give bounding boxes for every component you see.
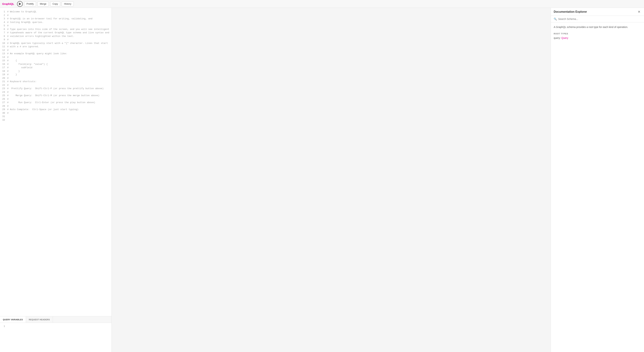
code-line: # GraphiQL is an in-browser tool for wri… bbox=[7, 17, 109, 20]
line-number: 32 bbox=[2, 118, 5, 122]
query-type-link[interactable]: Query bbox=[562, 36, 568, 39]
line-number: 16 bbox=[2, 62, 5, 66]
toolbar: GraphiQL Prettify Merge Copy History bbox=[0, 0, 644, 8]
code-line: # bbox=[7, 38, 109, 41]
run-icon bbox=[19, 3, 21, 5]
line-number: 1 bbox=[2, 10, 5, 13]
code-line: # An example GraphQL query might look li… bbox=[7, 52, 109, 55]
line-number: 7 bbox=[2, 31, 5, 34]
code-line: # bbox=[7, 48, 109, 52]
code-line: # validation errors highlighted within t… bbox=[7, 34, 109, 38]
code-line: # bbox=[7, 111, 109, 115]
line-number: 29 bbox=[2, 108, 5, 111]
search-box: 🔍 bbox=[551, 16, 644, 22]
code-line: # Type queries into this side of the scr… bbox=[7, 27, 109, 31]
line-number: 27 bbox=[2, 101, 5, 104]
prettify-button[interactable]: Prettify bbox=[24, 1, 36, 6]
code-line: # Run Query: Ctrl-Enter (or press the pl… bbox=[7, 101, 109, 104]
merge-button[interactable]: Merge bbox=[38, 1, 49, 6]
copy-button[interactable]: Copy bbox=[50, 1, 60, 6]
line-number: 8 bbox=[2, 34, 5, 38]
run-button[interactable] bbox=[17, 1, 23, 7]
documentation-explorer: Documentation Explorer ✕ 🔍 A GraphQL sch… bbox=[551, 8, 644, 352]
close-button[interactable]: ✕ bbox=[637, 10, 641, 14]
code-line: # bbox=[7, 104, 109, 108]
line-number: 19 bbox=[2, 73, 5, 76]
query-link: query: Query bbox=[554, 36, 641, 39]
left-panel: 1234567891011121314151617181920212223242… bbox=[0, 8, 112, 352]
bottom-tabs: QUERY VARIABLES REQUEST HEADERS bbox=[0, 316, 112, 323]
line-number: 17 bbox=[2, 66, 5, 69]
line-number: 22 bbox=[2, 83, 5, 87]
line-number: 18 bbox=[2, 69, 5, 73]
code-line: # with a # are ignored. bbox=[7, 45, 109, 48]
line-number: 20 bbox=[2, 76, 5, 80]
history-button[interactable]: History bbox=[62, 1, 74, 6]
line-number: 12 bbox=[2, 48, 5, 52]
line-number: 6 bbox=[2, 27, 5, 31]
variables-line-numbers: 1 bbox=[2, 324, 6, 351]
doc-description: A GraphQL schema provides a root type fo… bbox=[554, 25, 641, 29]
editor-area[interactable]: 1234567891011121314151617181920212223242… bbox=[0, 8, 112, 316]
code-line: # testing GraphQL queries. bbox=[7, 20, 109, 24]
code-line: # subField bbox=[7, 66, 109, 69]
response-area bbox=[112, 8, 551, 352]
code-line: # Welcome to GraphiQL bbox=[7, 10, 109, 13]
code-line: # bbox=[7, 13, 109, 17]
variables-editor[interactable]: 1 bbox=[0, 323, 112, 352]
code-line: # } bbox=[7, 73, 109, 76]
line-number: 30 bbox=[2, 111, 5, 115]
query-label: query: bbox=[554, 36, 561, 39]
doc-content: A GraphQL schema provides a root type fo… bbox=[551, 22, 644, 352]
search-icon: 🔍 bbox=[554, 17, 557, 20]
code-line: # } bbox=[7, 69, 109, 73]
line-number: 26 bbox=[2, 97, 5, 101]
code-line: # Merge Query: Shift-Ctrl-M (or press th… bbox=[7, 94, 109, 97]
line-numbers: 1234567891011121314151617181920212223242… bbox=[0, 8, 6, 316]
line-number: 24 bbox=[2, 90, 5, 94]
line-number: 13 bbox=[2, 52, 5, 55]
line-number: 9 bbox=[2, 38, 5, 41]
bottom-panel: QUERY VARIABLES REQUEST HEADERS 1 bbox=[0, 316, 112, 352]
code-line: # field(arg: "value") { bbox=[7, 62, 109, 66]
root-types-label: ROOT TYPES bbox=[554, 32, 641, 35]
line-number: 11 bbox=[2, 45, 5, 48]
line-number: 23 bbox=[2, 87, 5, 90]
line-number: 3 bbox=[2, 17, 5, 20]
code-line: # bbox=[7, 90, 109, 94]
line-number: 10 bbox=[2, 41, 5, 45]
tab-request-headers[interactable]: REQUEST HEADERS bbox=[26, 316, 53, 323]
editor-content: 1234567891011121314151617181920212223242… bbox=[0, 8, 112, 316]
line-number: 15 bbox=[2, 59, 5, 62]
doc-title: Documentation Explorer bbox=[554, 10, 587, 13]
code-line: # bbox=[7, 97, 109, 101]
line-number: 31 bbox=[2, 115, 5, 118]
code-line: # bbox=[7, 76, 109, 80]
code-line: # Auto Complete: Ctrl-Space (or just sta… bbox=[7, 108, 109, 111]
line-number: 21 bbox=[2, 80, 5, 83]
code-line: # GraphQL queries typically start with a… bbox=[7, 41, 109, 45]
line-number: 4 bbox=[2, 20, 5, 24]
code-line: # { bbox=[7, 59, 109, 62]
line-number: 28 bbox=[2, 104, 5, 108]
line-number: 14 bbox=[2, 55, 5, 59]
line-number: 2 bbox=[2, 13, 5, 17]
doc-header: Documentation Explorer ✕ bbox=[551, 8, 644, 16]
line-number: 25 bbox=[2, 94, 5, 97]
main-layout: 1234567891011121314151617181920212223242… bbox=[0, 8, 644, 352]
code-line: # Prettify Query: Shift-Ctrl-P (or press… bbox=[7, 87, 109, 90]
code-line: # Keyboard shortcuts: bbox=[7, 80, 109, 83]
code-line: # bbox=[7, 83, 109, 87]
code-area: # Welcome to GraphiQL## GraphiQL is an i… bbox=[6, 8, 112, 316]
app-title: GraphiQL bbox=[2, 2, 14, 5]
code-line: # typeaheads aware of the current GraphQ… bbox=[7, 31, 109, 34]
code-line: # bbox=[7, 24, 109, 27]
line-number: 5 bbox=[2, 24, 5, 27]
schema-search-input[interactable] bbox=[558, 17, 641, 20]
tab-query-variables[interactable]: QUERY VARIABLES bbox=[0, 316, 26, 323]
code-line: # bbox=[7, 55, 109, 59]
